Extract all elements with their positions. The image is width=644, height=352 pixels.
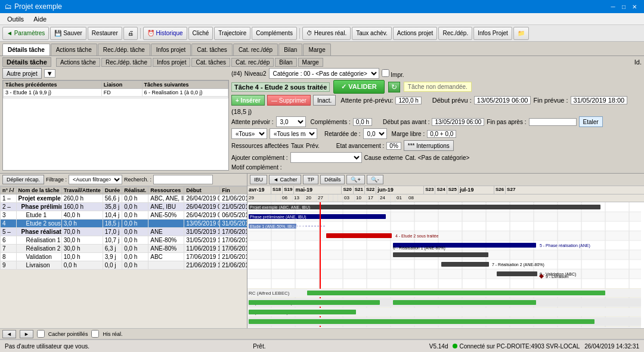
cell-res-9 (148, 261, 184, 270)
task-row-7[interactable]: 7 Réalisation 2 30,0 h 6,3 j 0,0 h ANE-8… (1, 245, 247, 253)
folder-button[interactable]: 📁 (513, 27, 529, 40)
sub-tab-bilan[interactable]: Bilan (275, 58, 296, 67)
upper-content: Autre projet ▼ Tâches précédentes Liaiso… (2, 68, 642, 171)
printer-button[interactable]: 🖨 (123, 27, 138, 40)
taux-label: Taux (291, 143, 304, 149)
sauver-button[interactable]: 💾 Sauver (50, 27, 86, 40)
interruptions-button[interactable]: *** Interruptions (404, 140, 454, 151)
menu-aide[interactable]: Aide (29, 14, 51, 24)
connection-status: Connecté sur PC-DROITE:4903 SVR-LOCAL (453, 343, 580, 350)
infos-projet-button[interactable]: Infos Projet (473, 27, 512, 40)
validate-button[interactable]: ✓ VALIDER (333, 80, 385, 94)
sub-tab-infos[interactable]: Infos projet (153, 58, 190, 67)
tab-details-tache[interactable]: Détails tâche (2, 44, 50, 55)
res-bar-1a (307, 291, 605, 295)
status-bar: Pas d'autre utilisateur que vous. Prêt. … (0, 339, 644, 352)
tab-bilan[interactable]: Bilan (278, 44, 302, 55)
sub-tab-actions[interactable]: Actions tâche (56, 58, 100, 67)
sub-tab-marge[interactable]: Marge (298, 58, 323, 67)
autre-projet-button[interactable]: Autre projet (2, 68, 42, 79)
sub-tab-cat-rec-dep[interactable]: Cat. rec./dép (231, 58, 274, 67)
tab-marge[interactable]: Marge (303, 44, 330, 55)
res-bar-3a (249, 310, 356, 314)
tp-button[interactable]: TP (303, 175, 318, 184)
filter-dropdown[interactable]: <Aucun filtrage> (69, 175, 122, 184)
tab-infos-projet[interactable]: Infos projet (151, 44, 191, 55)
taux-achev-button[interactable]: Taux achèv. (352, 27, 392, 40)
zoom-in-button[interactable]: 🔍+ (346, 175, 364, 184)
ibu-button[interactable]: IBU (250, 175, 267, 184)
historique-button[interactable]: ⏰ Historique (143, 27, 187, 40)
attente-prevoir-dropdown[interactable]: 3,0 (276, 116, 306, 127)
marge-libre-val: 0,0 + 0,0 (427, 130, 456, 138)
restaurer-button[interactable]: Restaurer (88, 27, 122, 40)
version-label: V5.14d (429, 343, 448, 350)
print-checkbox-area: Impr. (382, 69, 404, 78)
prev-button[interactable]: ◄ (2, 330, 16, 338)
task-row-4[interactable]: 4 Etude 2 sous traitée 3,0 h 18,5 j 0,0 … (1, 220, 247, 228)
delete-button[interactable]: — Supprimer (267, 95, 311, 106)
cell-trav-6: 30,0 h (61, 236, 103, 245)
cliche-button[interactable]: Cliché (188, 27, 213, 40)
maximize-button[interactable]: □ (619, 2, 628, 11)
actions-projet-button[interactable]: Actions projet (393, 27, 438, 40)
dropdown-arrow[interactable]: ▼ (44, 69, 55, 78)
month-s21: S21 (354, 186, 365, 194)
sub-tab-cat-taches[interactable]: Cat. tâches (191, 58, 230, 67)
pred-row-2 (4, 97, 228, 98)
bar-real1 (393, 252, 488, 257)
task-row-5[interactable]: 5 – Phase réalisation 70,0 h 17,0 j 0,0 … (1, 228, 247, 236)
tab-cat-taches[interactable]: Cat. tâches (191, 44, 233, 55)
refresh-button[interactable]: ↻ (388, 82, 400, 92)
sep1 (140, 28, 141, 39)
zoom-out-button[interactable]: 🔍- (367, 175, 383, 184)
deplier-recap-button[interactable]: Déplier récap. (2, 175, 44, 184)
next-button[interactable]: ► (20, 330, 33, 338)
complements-button[interactable]: Compléments (252, 27, 297, 40)
search-input[interactable] (153, 175, 213, 184)
his-real-checkbox[interactable] (91, 330, 99, 338)
ajouter-compl-dropdown[interactable] (290, 152, 362, 163)
inact-button[interactable]: Inact. (313, 95, 336, 106)
minimize-button[interactable]: ─ (608, 2, 618, 11)
cat-pas-cat: Cat. <Pas de catégorie> (405, 155, 470, 161)
tab-actions-tache[interactable]: Actions tâche (51, 44, 97, 55)
cell-real-5: 0,0 h (122, 228, 148, 236)
insert-button[interactable]: + Insérer (231, 95, 265, 106)
cell-res-1: ABC, ANE, IBU (148, 194, 184, 203)
etaler-button[interactable]: Etaler (579, 116, 603, 127)
parametres-button[interactable]: ◄ Paramètres (2, 27, 49, 40)
col-debut: Début (184, 187, 220, 194)
cell-trav-7: 30,0 h (61, 245, 103, 253)
task-row-9[interactable]: 9 Livraison 0,0 h 0,0 j 0,0 h 21/06/2019… (1, 261, 247, 270)
print-checkbox[interactable] (382, 69, 389, 77)
title-bar: 🗂 Projet exemple ─ □ ✕ (0, 0, 644, 13)
close-button[interactable]: ✕ (630, 2, 639, 11)
res-aff-label: Ressources affectées (231, 143, 289, 149)
trajectoire-button[interactable]: Trajectoire (214, 27, 250, 40)
tab-rec-dep-tache[interactable]: Rec./dép. tâche (98, 44, 150, 55)
category-dropdown[interactable]: Catégorie : 00 - <Pas de catégorie> (269, 68, 379, 79)
task-row-6[interactable]: 6 Réalisation 1 30,0 h 10,7 j 0,0 h ANE-… (1, 236, 247, 245)
details-gantt-button[interactable]: Détails (320, 175, 345, 184)
autre-projet-row: Autre projet ▼ (2, 68, 229, 79)
task-row-3[interactable]: 3 Etude 1 40,0 h 10,4 j 0,0 h ANE-50% 26… (1, 211, 247, 220)
all-dropdown-1[interactable]: «Tous» (231, 128, 267, 139)
task-row-2[interactable]: 2 – Phase préliminaire 160,0 h 35,8 j 0,… (1, 203, 247, 211)
menu-outils[interactable]: Outils (2, 14, 29, 24)
ready-label: Prêt. (253, 343, 265, 350)
sub-tab-rec-dep[interactable]: Rec./dép. tâche (101, 58, 151, 67)
retardee-dropdown[interactable]: 0,0 (363, 128, 387, 139)
rec-dep-button[interactable]: Rec./dép. (438, 27, 472, 40)
all-dropdown-2[interactable]: «Tous les matie» (270, 128, 317, 139)
task-row-8[interactable]: 8 Validation 10,0 h 3,9 j 0,0 h ABC 17/0… (1, 253, 247, 261)
cacher-button[interactable]: ◄ Cacher (269, 175, 301, 184)
tab-cat-rec-dep[interactable]: Cat. rec./dép (233, 44, 278, 55)
cell-name-9: Livraison (16, 261, 61, 270)
cacher-pointilles-checkbox[interactable] (37, 330, 45, 338)
task-row-1[interactable]: 1 – Projet exemple 260,0 h 56,6 j 0,0 h … (1, 194, 247, 203)
month-s23: S23 (424, 186, 435, 194)
main-area: Déplier récap. Filtrage : <Aucun filtrag… (0, 174, 644, 328)
cell-dur-4: 18,5 j (103, 220, 122, 228)
heures-real-button[interactable]: ⏱ Heures réal. (302, 27, 351, 40)
